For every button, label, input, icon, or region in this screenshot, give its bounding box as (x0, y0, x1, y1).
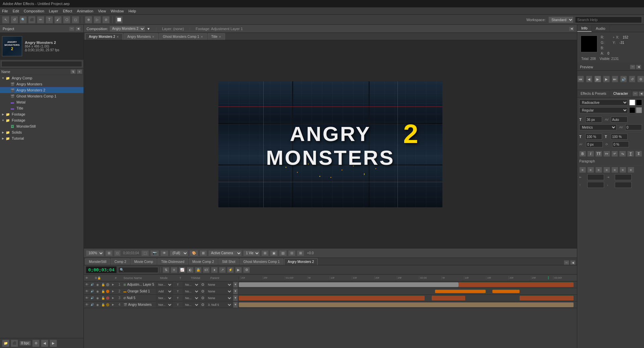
bold-btn[interactable]: B (579, 151, 586, 157)
allcaps-btn[interactable]: TT (595, 151, 602, 157)
tree-item-ghost-monsters[interactable]: 🎬 Ghost Monsters Comp 1 (0, 93, 84, 99)
layer-1-expand-btn[interactable]: ▼ (233, 282, 238, 288)
viewer-snapshot-btn[interactable]: 📷 (150, 250, 159, 256)
tl-tab-moviecomp2[interactable]: Movie Comp 2 (189, 258, 218, 265)
layer-1-eye[interactable]: 👁 (85, 282, 89, 287)
layer-3-audio[interactable]: 🔊 (90, 296, 95, 300)
font-size-input[interactable] (585, 117, 602, 123)
new-folder-btn[interactable]: 📁 (2, 340, 9, 347)
quality-select[interactable]: (Full) (Half) (170, 250, 188, 256)
viewer-show-btn[interactable]: 👁 (160, 250, 168, 256)
tree-sort[interactable]: ⇅ (70, 69, 76, 74)
tl-graph[interactable]: 📈 (179, 267, 185, 273)
menu-composition[interactable]: Composition (24, 9, 44, 13)
menu-layer[interactable]: Layer (49, 9, 58, 13)
preview-audio[interactable]: 🔊 (620, 76, 627, 82)
layer-4-eye[interactable]: 👁 (85, 302, 89, 307)
layer-2-lock[interactable]: 🔓 (101, 289, 105, 294)
layer-2-mode[interactable]: Add (156, 289, 173, 294)
tool-puppet[interactable]: ⊕ (85, 16, 92, 23)
tree-options[interactable]: ≡ (77, 69, 82, 74)
align-center-btn[interactable]: ≡ (587, 167, 594, 173)
layer-4-parent-select[interactable]: 3. Null 5 (206, 302, 232, 307)
menu-view[interactable]: View (98, 9, 106, 13)
tl-render[interactable]: ▶ (235, 267, 242, 273)
layer-2-expand[interactable]: ▶ (111, 290, 115, 293)
preview-next-frame[interactable]: ▶ (603, 76, 610, 82)
tab-ghost-monsters[interactable]: Ghost Monsters Comp 1 ✕ (159, 33, 207, 40)
layer-2-parent[interactable]: No... (183, 289, 200, 294)
zoom-select[interactable]: 100% 50% 200% (86, 250, 104, 256)
tab-info[interactable]: Info (577, 25, 592, 32)
tl-draft[interactable]: ⚡ (227, 267, 234, 273)
viewer-view2-btn[interactable]: ▣ (270, 250, 278, 256)
tree-item-footage-open[interactable]: ▼ 📁 Footage (0, 117, 84, 123)
strikethrough-btn[interactable]: T (635, 151, 642, 157)
tl-tab-moviecomp[interactable]: Movie Comp (130, 258, 157, 265)
tool-search[interactable]: 🔍 (19, 16, 27, 23)
tool-brush[interactable]: 🖌 (54, 16, 62, 23)
justify-all-btn[interactable]: ≡ (628, 167, 634, 173)
viewer-view3-btn[interactable]: ▤ (279, 250, 287, 256)
rotation-input[interactable] (612, 141, 629, 147)
layer-1-mode[interactable]: Nor... (156, 282, 173, 287)
tab-effects-presets[interactable]: Effects & Presets (577, 90, 610, 97)
tab-title[interactable]: Title ✕ (208, 33, 225, 40)
tab-angry-monsters-2[interactable]: Angry Monsters 2 ✕ (85, 33, 123, 40)
viewer-grid-btn[interactable]: ⊞ (105, 250, 113, 256)
superscript-btn[interactable]: T² (611, 151, 618, 157)
tree-item-solids[interactable]: ▶ 📁 Solids (0, 129, 84, 135)
indent-left-input[interactable] (587, 174, 604, 180)
char-color-black[interactable] (636, 99, 642, 106)
leading-input[interactable] (611, 117, 628, 123)
viewer-view5-btn[interactable]: ⊞ (297, 250, 304, 256)
preview-last-frame[interactable]: ⏭ (612, 76, 619, 82)
composition-select[interactable]: Angry Monsters 2 (109, 26, 145, 32)
font-name-select[interactable]: Radioactive (579, 99, 628, 106)
panel-minimize[interactable]: ─ (69, 26, 74, 31)
menu-animation[interactable]: Animation (77, 9, 93, 13)
char-color-white[interactable] (629, 99, 635, 106)
layer-2-solo[interactable]: ◉ (95, 289, 100, 294)
space-before-input[interactable] (587, 182, 604, 188)
menu-file[interactable]: File (2, 9, 8, 13)
tl-collapse[interactable]: ◀ (570, 260, 576, 265)
align-left-btn[interactable]: ≡ (579, 167, 586, 173)
baseline-input[interactable] (586, 141, 603, 147)
tool-mask[interactable]: ⬜ (115, 16, 123, 23)
tool-rotate[interactable]: ↺ (11, 16, 18, 23)
align-right-btn[interactable]: ≡ (595, 167, 602, 173)
right-arrow-btn[interactable]: ▶ (50, 340, 57, 347)
tool-eraser[interactable]: ◻ (72, 16, 79, 23)
tree-item-angry-monsters[interactable]: 🎬 Angry Monsters (0, 81, 84, 87)
layer-1-parent[interactable]: No... (183, 282, 200, 287)
char-stroke-black[interactable] (629, 107, 635, 113)
tl-tab-monsterstill[interactable]: MonsterStill (85, 258, 110, 265)
tracking-input[interactable] (625, 124, 642, 130)
subscript-btn[interactable]: T₂ (619, 151, 626, 157)
tree-item-title[interactable]: ▬ Title (0, 105, 84, 111)
preview-collapse[interactable]: ◀ (636, 65, 641, 69)
tab-close-title[interactable]: ✕ (219, 35, 221, 39)
tl-motion[interactable]: ↗ (219, 267, 226, 273)
layer-1-lock[interactable]: 🔓 (101, 282, 105, 287)
vert-scale-input[interactable] (585, 134, 602, 140)
tool-pen[interactable]: ✏ (37, 16, 44, 23)
tool-stamp[interactable]: ⬡ (63, 16, 70, 23)
justify-right-btn[interactable]: ≡ (620, 167, 626, 173)
tl-tab-comp2[interactable]: Comp 2 (111, 258, 130, 265)
menu-help[interactable]: Help (128, 9, 136, 13)
layer-3-parent[interactable]: No... (183, 295, 200, 301)
tab-close-angry-monsters[interactable]: ✕ (152, 35, 155, 39)
layer-4-solo[interactable]: ◉ (95, 302, 100, 307)
layer-3-eye[interactable]: 👁 (85, 296, 89, 300)
layer-2-eye[interactable]: 👁 (85, 289, 89, 294)
preview-loop[interactable]: ↺ (629, 76, 636, 82)
layer-1-parent-select[interactable]: None (206, 282, 232, 287)
layer-4-mode[interactable]: Nor... (156, 302, 173, 307)
menu-window[interactable]: Window (111, 9, 124, 13)
layer-3-lock[interactable]: 🔓 (101, 296, 105, 300)
viewer-region-btn[interactable]: ⬚ (141, 250, 149, 256)
tree-item-angry-comp[interactable]: ▼ 📁 Angry Comp (0, 75, 84, 81)
project-search-input[interactable] (1, 61, 82, 67)
